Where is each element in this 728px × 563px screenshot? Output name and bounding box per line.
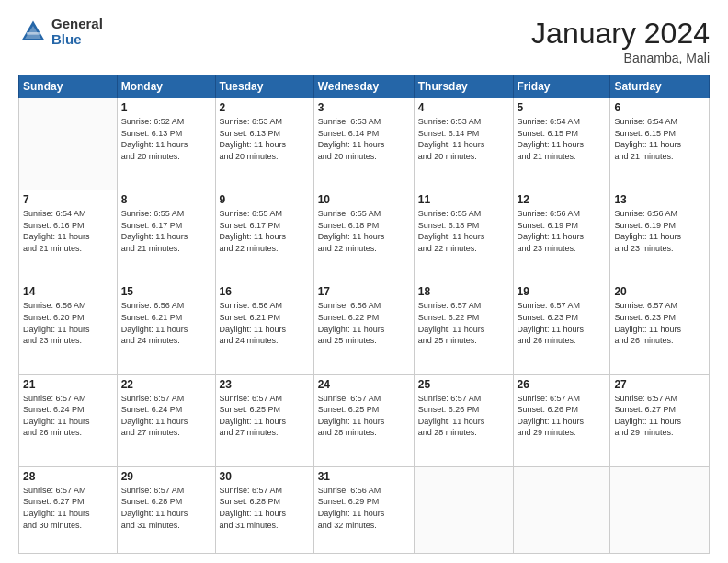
- day-number: 12: [518, 193, 607, 206]
- day-number: 1: [121, 101, 211, 114]
- day-cell: 20Sunrise: 6:57 AM Sunset: 6:23 PM Dayli…: [610, 282, 710, 374]
- day-number: 13: [614, 193, 705, 206]
- day-info: Sunrise: 6:53 AM Sunset: 6:14 PM Dayligh…: [318, 116, 410, 162]
- day-cell: 4Sunrise: 6:53 AM Sunset: 6:14 PM Daylig…: [414, 98, 513, 190]
- header: General Blue January 2024 Banamba, Mali: [18, 17, 710, 65]
- day-cell: 31Sunrise: 6:56 AM Sunset: 6:29 PM Dayli…: [313, 466, 414, 553]
- week-row-2: 7Sunrise: 6:54 AM Sunset: 6:16 PM Daylig…: [19, 190, 710, 282]
- day-info: Sunrise: 6:55 AM Sunset: 6:18 PM Dayligh…: [418, 208, 509, 254]
- weekday-header-row: SundayMondayTuesdayWednesdayThursdayFrid…: [19, 75, 710, 98]
- logo-blue-text: Blue: [51, 32, 103, 48]
- day-number: 23: [220, 378, 310, 391]
- day-number: 27: [614, 378, 705, 391]
- day-info: Sunrise: 6:53 AM Sunset: 6:14 PM Dayligh…: [418, 116, 509, 162]
- day-info: Sunrise: 6:57 AM Sunset: 6:28 PM Dayligh…: [220, 485, 310, 531]
- day-number: 29: [121, 470, 211, 483]
- day-cell: 9Sunrise: 6:55 AM Sunset: 6:17 PM Daylig…: [215, 190, 313, 282]
- calendar-page: General Blue January 2024 Banamba, Mali …: [0, 0, 728, 563]
- day-cell: 5Sunrise: 6:54 AM Sunset: 6:15 PM Daylig…: [513, 98, 610, 190]
- day-number: 28: [23, 470, 113, 483]
- calendar-subtitle: Banamba, Mali: [531, 51, 710, 65]
- day-cell: [513, 466, 610, 553]
- day-info: Sunrise: 6:57 AM Sunset: 6:25 PM Dayligh…: [318, 393, 410, 439]
- svg-rect-2: [27, 32, 40, 35]
- weekday-header-wednesday: Wednesday: [313, 75, 414, 98]
- day-number: 25: [418, 378, 509, 391]
- day-number: 3: [318, 101, 410, 114]
- day-cell: 15Sunrise: 6:56 AM Sunset: 6:21 PM Dayli…: [117, 282, 215, 374]
- day-number: 14: [23, 285, 113, 298]
- day-cell: 6Sunrise: 6:54 AM Sunset: 6:15 PM Daylig…: [610, 98, 710, 190]
- day-number: 24: [318, 378, 410, 391]
- logo-text: General Blue: [51, 17, 103, 47]
- day-number: 31: [318, 470, 410, 483]
- day-cell: 1Sunrise: 6:52 AM Sunset: 6:13 PM Daylig…: [117, 98, 215, 190]
- day-number: 4: [418, 101, 509, 114]
- day-info: Sunrise: 6:54 AM Sunset: 6:16 PM Dayligh…: [23, 208, 113, 254]
- day-cell: 10Sunrise: 6:55 AM Sunset: 6:18 PM Dayli…: [313, 190, 414, 282]
- week-row-3: 14Sunrise: 6:56 AM Sunset: 6:20 PM Dayli…: [19, 282, 710, 374]
- day-info: Sunrise: 6:57 AM Sunset: 6:25 PM Dayligh…: [220, 393, 310, 439]
- day-cell: 23Sunrise: 6:57 AM Sunset: 6:25 PM Dayli…: [215, 374, 313, 466]
- day-info: Sunrise: 6:57 AM Sunset: 6:24 PM Dayligh…: [121, 393, 211, 439]
- logo-icon: [18, 17, 48, 47]
- day-info: Sunrise: 6:56 AM Sunset: 6:29 PM Dayligh…: [318, 485, 410, 531]
- day-cell: 22Sunrise: 6:57 AM Sunset: 6:24 PM Dayli…: [117, 374, 215, 466]
- day-cell: 30Sunrise: 6:57 AM Sunset: 6:28 PM Dayli…: [215, 466, 313, 553]
- day-cell: 11Sunrise: 6:55 AM Sunset: 6:18 PM Dayli…: [414, 190, 513, 282]
- logo-general-text: General: [51, 17, 103, 32]
- day-info: Sunrise: 6:55 AM Sunset: 6:18 PM Dayligh…: [318, 208, 410, 254]
- day-number: 19: [518, 285, 607, 298]
- day-info: Sunrise: 6:52 AM Sunset: 6:13 PM Dayligh…: [121, 116, 211, 162]
- logo: General Blue: [18, 17, 103, 47]
- day-cell: 13Sunrise: 6:56 AM Sunset: 6:19 PM Dayli…: [610, 190, 710, 282]
- day-cell: 14Sunrise: 6:56 AM Sunset: 6:20 PM Dayli…: [19, 282, 118, 374]
- day-cell: 17Sunrise: 6:56 AM Sunset: 6:22 PM Dayli…: [313, 282, 414, 374]
- day-info: Sunrise: 6:56 AM Sunset: 6:22 PM Dayligh…: [318, 300, 410, 346]
- calendar-title: January 2024: [531, 17, 710, 51]
- day-cell: 29Sunrise: 6:57 AM Sunset: 6:28 PM Dayli…: [117, 466, 215, 553]
- weekday-header-saturday: Saturday: [610, 75, 710, 98]
- day-info: Sunrise: 6:55 AM Sunset: 6:17 PM Dayligh…: [220, 208, 310, 254]
- day-info: Sunrise: 6:56 AM Sunset: 6:21 PM Dayligh…: [220, 300, 310, 346]
- day-info: Sunrise: 6:53 AM Sunset: 6:13 PM Dayligh…: [220, 116, 310, 162]
- day-number: 2: [220, 101, 310, 114]
- day-cell: 25Sunrise: 6:57 AM Sunset: 6:26 PM Dayli…: [414, 374, 513, 466]
- day-number: 8: [121, 193, 211, 206]
- weekday-header-thursday: Thursday: [414, 75, 513, 98]
- day-cell: [19, 98, 118, 190]
- day-cell: 19Sunrise: 6:57 AM Sunset: 6:23 PM Dayli…: [513, 282, 610, 374]
- day-info: Sunrise: 6:55 AM Sunset: 6:17 PM Dayligh…: [121, 208, 211, 254]
- day-info: Sunrise: 6:57 AM Sunset: 6:27 PM Dayligh…: [23, 485, 113, 531]
- day-number: 20: [614, 285, 705, 298]
- day-info: Sunrise: 6:56 AM Sunset: 6:20 PM Dayligh…: [23, 300, 113, 346]
- day-number: 26: [518, 378, 607, 391]
- day-info: Sunrise: 6:57 AM Sunset: 6:23 PM Dayligh…: [518, 300, 607, 346]
- day-number: 22: [121, 378, 211, 391]
- day-cell: [610, 466, 710, 553]
- day-cell: 16Sunrise: 6:56 AM Sunset: 6:21 PM Dayli…: [215, 282, 313, 374]
- day-cell: 12Sunrise: 6:56 AM Sunset: 6:19 PM Dayli…: [513, 190, 610, 282]
- day-number: 30: [220, 470, 310, 483]
- day-info: Sunrise: 6:57 AM Sunset: 6:28 PM Dayligh…: [121, 485, 211, 531]
- weekday-header-friday: Friday: [513, 75, 610, 98]
- calendar-table: SundayMondayTuesdayWednesdayThursdayFrid…: [18, 75, 710, 554]
- weekday-header-tuesday: Tuesday: [215, 75, 313, 98]
- week-row-1: 1Sunrise: 6:52 AM Sunset: 6:13 PM Daylig…: [19, 98, 710, 190]
- day-number: 6: [614, 101, 705, 114]
- day-cell: 24Sunrise: 6:57 AM Sunset: 6:25 PM Dayli…: [313, 374, 414, 466]
- day-number: 21: [23, 378, 113, 391]
- day-info: Sunrise: 6:56 AM Sunset: 6:19 PM Dayligh…: [518, 208, 607, 254]
- week-row-4: 21Sunrise: 6:57 AM Sunset: 6:24 PM Dayli…: [19, 374, 710, 466]
- week-row-5: 28Sunrise: 6:57 AM Sunset: 6:27 PM Dayli…: [19, 466, 710, 553]
- day-info: Sunrise: 6:57 AM Sunset: 6:27 PM Dayligh…: [614, 393, 705, 439]
- day-cell: 2Sunrise: 6:53 AM Sunset: 6:13 PM Daylig…: [215, 98, 313, 190]
- day-cell: 21Sunrise: 6:57 AM Sunset: 6:24 PM Dayli…: [19, 374, 118, 466]
- day-cell: 18Sunrise: 6:57 AM Sunset: 6:22 PM Dayli…: [414, 282, 513, 374]
- day-number: 11: [418, 193, 509, 206]
- day-info: Sunrise: 6:57 AM Sunset: 6:24 PM Dayligh…: [23, 393, 113, 439]
- day-number: 10: [318, 193, 410, 206]
- day-number: 15: [121, 285, 211, 298]
- weekday-header-monday: Monday: [117, 75, 215, 98]
- day-number: 16: [220, 285, 310, 298]
